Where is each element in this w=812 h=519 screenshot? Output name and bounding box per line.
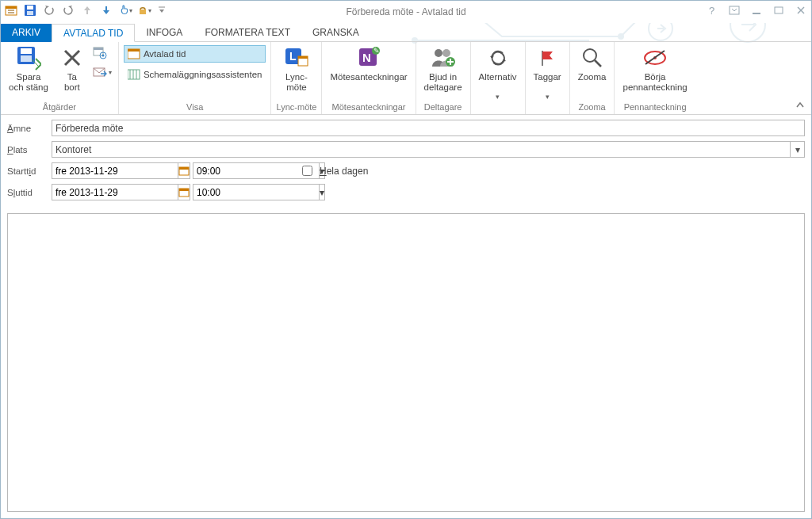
subject-input[interactable] — [52, 120, 805, 136]
start-inking-button[interactable]: Börja pennanteckning — [619, 44, 690, 94]
svg-rect-15 — [730, 6, 739, 14]
scheduling-assistant-button[interactable]: Schemaläggningsassistenten — [124, 66, 266, 83]
lync-meeting-button[interactable]: L Lync- möte — [281, 44, 312, 94]
group-zoom-label: Zooma — [578, 101, 605, 114]
zoom-icon — [580, 45, 605, 71]
group-notes-label: Mötesanteckningar — [332, 101, 406, 114]
svg-point-45 — [442, 49, 450, 57]
end-date-wrap — [52, 184, 186, 200]
forward-icon[interactable]: ▾ — [93, 64, 113, 80]
tab-file[interactable]: ARKIV — [1, 24, 52, 42]
allday-label: Hela dagen — [320, 166, 368, 177]
collapse-ribbon-icon[interactable] — [795, 101, 805, 113]
maximize-icon[interactable] — [772, 3, 786, 17]
svg-rect-26 — [94, 48, 103, 50]
help-icon[interactable]: ? — [705, 3, 719, 17]
appointment-view-button[interactable]: Avtalad tid — [124, 45, 266, 63]
group-tags: Taggar ▾ — [526, 42, 570, 114]
save-and-close-button[interactable]: Spara och stäng — [6, 44, 52, 94]
tab-file-label: ARKIV — [12, 27, 40, 38]
group-attendees: Bjud in deltagare Deltagare — [416, 42, 471, 114]
svg-rect-58 — [179, 189, 189, 191]
invite-icon — [431, 45, 456, 71]
minimize-icon[interactable] — [749, 3, 764, 17]
location-dropdown-icon[interactable]: ▾ — [791, 141, 805, 158]
svg-rect-31 — [128, 49, 140, 52]
row-end: Sluttid ▾ — [7, 184, 805, 200]
flag-icon — [534, 45, 560, 71]
ribbon-tabs: ARKIV AVTALAD TID INFOGA FORMATERA TEXT … — [1, 23, 811, 42]
recurrence-icon — [485, 45, 511, 71]
lock-icon[interactable]: ▾ — [137, 3, 151, 17]
save-icon[interactable] — [23, 3, 37, 17]
end-time-wrap: ▾ — [193, 184, 285, 200]
start-date-input[interactable] — [52, 162, 178, 179]
svg-rect-21 — [21, 48, 32, 54]
tab-appointment-label: AVTALAD TID — [63, 28, 123, 39]
allday-wrap[interactable]: Hela dagen — [299, 163, 368, 178]
appointment-form: Ämne Plats ▾ Starttid — [1, 115, 811, 210]
start-date-picker-icon[interactable] — [178, 162, 190, 179]
body-editor[interactable] — [7, 213, 805, 512]
svg-rect-17 — [775, 7, 783, 13]
copy-to-calendar-icon[interactable] — [93, 45, 109, 61]
tab-review[interactable]: GRANSKA — [301, 24, 370, 42]
appointment-view-label: Avtalad tid — [144, 49, 186, 59]
svg-text:L: L — [289, 50, 297, 63]
options-button[interactable]: Alternativ ▾ — [476, 44, 520, 101]
svg-rect-6 — [6, 6, 17, 9]
svg-line-51 — [595, 60, 601, 67]
end-time-input[interactable] — [193, 184, 320, 200]
svg-point-28 — [102, 55, 104, 57]
calendar-icon[interactable] — [4, 3, 18, 17]
delete-icon — [59, 45, 85, 71]
close-icon[interactable] — [794, 3, 808, 17]
group-actions-label: Åtgärder — [43, 101, 76, 114]
zoom-button[interactable]: Zooma — [575, 44, 610, 84]
start-time-wrap: ▾ — [193, 162, 285, 179]
lync-icon: L — [284, 45, 309, 71]
svg-point-50 — [584, 49, 596, 62]
group-lync: L Lync- möte Lync-möte — [271, 42, 322, 114]
tags-button[interactable]: Taggar ▾ — [530, 44, 565, 101]
group-attendees-label: Deltagare — [424, 101, 462, 114]
svg-point-44 — [435, 49, 442, 57]
svg-rect-12 — [140, 10, 146, 14]
ribbon: Spara och stäng Ta bort ▾ — [1, 42, 811, 115]
svg-text:✎: ✎ — [373, 47, 380, 55]
allday-checkbox[interactable] — [302, 166, 312, 176]
calendar-small-icon — [128, 48, 140, 60]
redo-icon[interactable] — [61, 3, 75, 17]
location-input[interactable] — [52, 141, 791, 158]
touch-mode-icon[interactable]: ▾ — [118, 3, 132, 17]
ribbon-options-icon[interactable] — [727, 3, 741, 17]
tab-insert[interactable]: INFOGA — [135, 24, 193, 42]
delete-button[interactable]: Ta bort — [56, 44, 88, 94]
titlebar: ▾ ▾ Förbereda möte - Avtalad tid ? — [1, 1, 811, 23]
quick-access-toolbar: ▾ ▾ — [4, 3, 167, 17]
zoom-label: Zooma — [578, 72, 607, 82]
start-date-wrap — [52, 162, 186, 179]
tab-format-text[interactable]: FORMATERA TEXT — [193, 24, 301, 42]
invite-attendees-button[interactable]: Bjud in deltagare — [421, 44, 465, 94]
undo-icon[interactable] — [42, 3, 56, 17]
tab-insert-label: INFOGA — [146, 27, 182, 38]
arrow-down-icon[interactable] — [99, 3, 113, 17]
meeting-notes-button[interactable]: N✎ Mötesanteckningar — [327, 44, 410, 84]
arrow-up-icon[interactable] — [80, 3, 94, 17]
svg-rect-22 — [21, 55, 32, 62]
qat-customize-icon[interactable] — [156, 3, 167, 17]
svg-rect-56 — [179, 167, 189, 170]
start-label: Starttid — [7, 166, 52, 176]
group-ink-label: Pennanteckning — [624, 101, 687, 114]
group-options: Alternativ ▾ — [471, 42, 526, 114]
svg-text:?: ? — [709, 5, 714, 16]
window-controls: ? — [705, 3, 808, 17]
end-time-dropdown-icon[interactable]: ▾ — [320, 184, 325, 200]
invite-label: Bjud in deltagare — [424, 72, 462, 93]
tab-appointment[interactable]: AVTALAD TID — [52, 24, 135, 42]
end-date-picker-icon[interactable] — [178, 184, 190, 200]
scheduling-label: Schemaläggningsassistenten — [144, 70, 262, 79]
end-date-input[interactable] — [52, 184, 178, 200]
group-show-label: Visa — [186, 101, 203, 114]
